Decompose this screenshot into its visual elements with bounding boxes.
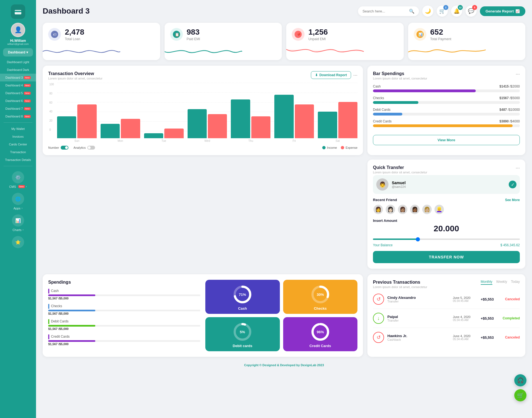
day-label-thu: Thu <box>231 139 270 142</box>
spendings-credit-values: $1,567 /$5,000 <box>48 342 200 346</box>
stat-icon-unpaid: 📌 <box>292 28 305 41</box>
floating-cart-btn[interactable]: 🛒 <box>514 389 526 401</box>
friend-avatar-5[interactable]: 👩🏼 <box>422 204 432 215</box>
tx-name-cindy: Cindy Alexandro <box>387 296 416 300</box>
sidebar-item-dashboard8[interactable]: Dashboard 8 New <box>0 112 36 120</box>
cms-icon-btn[interactable]: ⚙️ <box>12 171 24 183</box>
stat-label-loan: Total Loan <box>65 37 84 41</box>
svg-text:📋: 📋 <box>175 32 180 37</box>
wave-paid <box>165 44 242 59</box>
spending-debit-label: Debit Cards <box>373 108 390 112</box>
spending-cash-label: Cash <box>373 84 381 88</box>
svg-point-2 <box>16 12 17 14</box>
svg-rect-1 <box>15 11 21 12</box>
tx-type-hawkins: Cashback <box>387 338 407 341</box>
chart-icon: 📈 <box>515 9 520 13</box>
view-more-button[interactable]: View More <box>373 135 520 145</box>
sidebar-item-dashboard3[interactable]: Dashboard 3 New <box>0 74 36 81</box>
table-row: ↓ Paipal Transfer June 4, 2020 05:34:45 … <box>373 309 520 328</box>
new-badge: New <box>24 107 30 110</box>
day-label-sat: Sat <box>318 139 357 142</box>
friend-avatar-2[interactable]: 👩🏻 <box>385 204 396 215</box>
footer: Copyright © Designed & Developed by Dexi… <box>43 363 525 370</box>
floating-support-btn[interactable]: 🎧 <box>514 374 526 386</box>
sidebar-item-dashboard-dark[interactable]: Dashboard Dark <box>0 66 36 74</box>
table-row: ↺ Hawkins Jr. Cashback June 4, 2020 05:3… <box>373 328 520 347</box>
sidebar-divider <box>4 122 32 123</box>
charts-label: Charts <box>12 228 21 232</box>
bar-spendings-more-btn[interactable]: ··· <box>516 71 520 77</box>
sidebar-item-transaction[interactable]: Transaction <box>0 148 36 156</box>
dashboard-dropdown-btn[interactable]: Dashboard ▾ <box>3 48 33 57</box>
tx-type-paipal: Transfer <box>387 319 399 322</box>
sidebar-item-dashboard6[interactable]: Dashboard 6 New <box>0 97 36 105</box>
nav-label: Dashboard Dark <box>7 68 29 71</box>
tab-monthly[interactable]: Monthly <box>481 280 492 285</box>
legend-income: Income <box>322 146 337 149</box>
sidebar-item-dashboard7[interactable]: Dashboard 7 New <box>0 105 36 112</box>
friend-avatar-1[interactable]: 👩 <box>373 204 383 215</box>
toggle-analytics[interactable] <box>87 146 95 150</box>
more-options-button[interactable]: ··· <box>353 72 357 78</box>
new-badge: New <box>24 84 30 87</box>
spending-cash-row: Cash $1415 /$2000 <box>373 84 520 92</box>
tx-type-cindy: Transfer <box>387 300 416 303</box>
sidebar-item-dashboard4[interactable]: Dashboard 4 New <box>0 81 36 89</box>
search-input[interactable] <box>362 9 407 13</box>
cart-btn[interactable]: 🛒 2 <box>437 6 448 17</box>
quick-transfer-subtitle: Lorem ipsum dolor sit amet, consectetur <box>373 171 427 174</box>
stat-value-paid: 983 <box>187 28 200 37</box>
spendings-debit-values: $1,567 /$5,000 <box>48 327 200 330</box>
spendings-title: Spendings <box>48 280 200 285</box>
donut-debit-svg: 5% <box>233 322 252 342</box>
sidebar-item-transactiondetails[interactable]: Transaction Details <box>0 156 36 164</box>
avatar: 👤 <box>11 23 25 37</box>
bell-btn[interactable]: 🔔 12 <box>451 6 462 17</box>
day-label-fri: Fri <box>274 139 314 142</box>
sidebar-item-dashboard-light[interactable]: Dashboard Light <box>0 58 36 66</box>
sidebar-item-cardscenter[interactable]: Cards Center <box>0 140 36 148</box>
apps-icon-btn[interactable]: 🌐 <box>12 193 24 205</box>
spendings-cash-values: $1,567 /$5,000 <box>48 297 200 300</box>
download-report-button[interactable]: ⬇ Download Report <box>311 71 351 79</box>
tx-amount-cindy: +$5,553 <box>477 297 494 301</box>
bar-mon-teal <box>101 124 120 138</box>
sidebar-item-invoices[interactable]: Invoices <box>0 133 36 140</box>
friend-avatar-3[interactable]: 👩🏽 <box>397 204 408 215</box>
svg-text:📌: 📌 <box>296 32 301 37</box>
tx-overview-header: Transaction Overview Lorem ipsum dolor s… <box>48 71 357 80</box>
sidebar-logo[interactable] <box>11 4 25 19</box>
bar-fri-teal <box>274 95 293 138</box>
transfer-now-button[interactable]: TRANSFER NOW <box>373 251 520 263</box>
sidebar-item-dashboard5[interactable]: Dashboard 5 New <box>0 89 36 97</box>
bar-fri-red <box>295 104 314 138</box>
tx-date-hawkins: June 4, 2020 05:34:45 AM <box>453 334 470 341</box>
tab-today[interactable]: Today <box>511 280 520 285</box>
star-icon-btn[interactable]: ⭐ <box>12 236 24 248</box>
stat-value-unpaid: 1,256 <box>308 28 328 37</box>
quick-transfer-title: Quick Transfer <box>373 165 427 170</box>
tab-weekly[interactable]: Weekly <box>496 280 507 285</box>
svg-text:71%: 71% <box>239 293 246 297</box>
bar-spendings-subtitle: Lorem ipsum dolor sit amet, consectetur <box>373 77 427 80</box>
amount-slider[interactable] <box>373 239 520 240</box>
main-grid: Transaction Overview Lorem ipsum dolor s… <box>43 66 525 269</box>
bar-spendings-title: Bar Spendings <box>373 71 427 76</box>
charts-icon-btn[interactable]: 📊 <box>12 214 24 227</box>
stat-card-total-payment: 📊 652 Total Payment <box>408 23 526 60</box>
theme-toggle-btn[interactable]: 🌙 <box>422 6 433 17</box>
search-box[interactable]: 🔍 <box>358 6 419 16</box>
new-badge: New <box>24 115 30 118</box>
friend-avatar-4[interactable]: 👩🏾 <box>410 204 420 215</box>
header-right: 🔍 🌙 🛒 2 🔔 12 💬 5 Generate Report 📈 <box>358 6 525 17</box>
friend-avatar-6[interactable]: 👱‍♀️ <box>434 204 444 215</box>
quick-transfer-more-btn[interactable]: ··· <box>516 165 520 171</box>
sidebar-divider2 <box>4 166 32 166</box>
generate-report-button[interactable]: Generate Report 📈 <box>480 6 525 16</box>
sidebar-item-mywallet[interactable]: My Wallet <box>0 125 36 133</box>
amount-value: 20.000 <box>373 224 520 233</box>
new-badge: New <box>24 99 30 102</box>
message-btn[interactable]: 💬 5 <box>466 6 477 17</box>
toggle-number[interactable] <box>61 146 68 150</box>
see-more-link[interactable]: See More <box>505 198 520 202</box>
